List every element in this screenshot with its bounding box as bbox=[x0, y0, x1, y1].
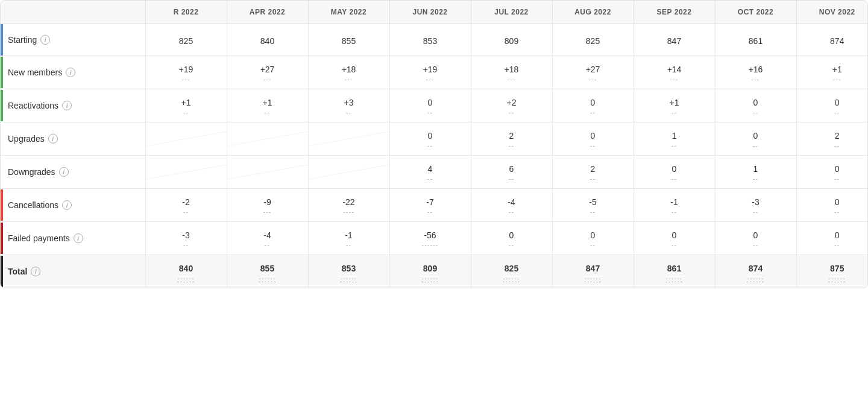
data-cell-downgrades-col7: 1-- bbox=[715, 156, 796, 189]
data-cell-reactivations-col4: +2-- bbox=[471, 89, 552, 122]
data-cell-new-members-col6: +14--- bbox=[634, 56, 715, 89]
sub-value-cancellations-col6: -- bbox=[639, 208, 710, 215]
sub-value-new-members-col3: --- bbox=[395, 75, 466, 83]
sub-value-failed-payments-col2: -- bbox=[313, 241, 385, 249]
svg-line-1 bbox=[227, 132, 308, 146]
data-cell-failed-payments-col2: -1-- bbox=[308, 222, 389, 255]
data-cell-upgrades-col8: 2-- bbox=[796, 122, 868, 156]
main-value-new-members-col2: +18 bbox=[313, 65, 385, 74]
main-value-reactivations-col2: +3 bbox=[313, 98, 385, 107]
main-value-cancellations-col7: -3 bbox=[720, 197, 791, 207]
data-cell-new-members-col8: +1--- bbox=[796, 56, 868, 89]
main-value-upgrades-col4: 2 bbox=[476, 131, 547, 141]
data-cell-reactivations-col1: +1-- bbox=[227, 89, 308, 122]
label-cell-total: Totali bbox=[1, 255, 145, 288]
sub-value-upgrades-col3: -- bbox=[395, 142, 466, 149]
main-value-failed-payments-col0: -3 bbox=[151, 230, 222, 240]
data-cell-downgrades-col4: 6-- bbox=[471, 156, 552, 189]
data-cell-total-col6: 861------ bbox=[634, 255, 715, 288]
data-cell-total-col4: 825------ bbox=[471, 255, 552, 288]
main-value-total-col0: 840 bbox=[151, 264, 222, 273]
sub-value-reactivations-col0: -- bbox=[151, 109, 222, 116]
main-value-downgrades-col5: 2 bbox=[558, 164, 629, 174]
main-value-cancellations-col8: 0 bbox=[802, 197, 869, 207]
main-value-cancellations-col3: -7 bbox=[395, 197, 466, 207]
sub-value-reactivations-col8: -- bbox=[802, 109, 869, 116]
main-value-cancellations-col1: -9 bbox=[232, 197, 303, 207]
data-cell-starting-col0: 825 bbox=[145, 24, 227, 56]
main-value-downgrades-col7: 1 bbox=[720, 164, 791, 174]
row-downgrades: Downgradesi4--6--2--0--1--0-- bbox=[1, 156, 868, 189]
main-value-cancellations-col6: -1 bbox=[639, 197, 710, 207]
row-failed-payments: Failed paymentsi-3---4---1---56------0--… bbox=[1, 222, 868, 255]
sub-value-failed-payments-col1: -- bbox=[232, 241, 303, 249]
main-value-downgrades-col4: 6 bbox=[476, 164, 547, 174]
row-total: Totali840------855------853------809----… bbox=[1, 255, 868, 288]
main-value-failed-payments-col4: 0 bbox=[476, 230, 547, 240]
data-cell-reactivations-col6: +1-- bbox=[634, 89, 715, 122]
data-cell-upgrades-col5: 0-- bbox=[552, 122, 634, 156]
main-value-failed-payments-col6: 0 bbox=[639, 230, 710, 240]
sub-value-downgrades-col3: -- bbox=[395, 175, 466, 182]
data-cell-total-col0: 840------ bbox=[145, 255, 227, 288]
main-value-reactivations-col7: 0 bbox=[720, 98, 791, 107]
sub-value-failed-payments-col4: -- bbox=[476, 241, 547, 249]
data-cell-upgrades-col1 bbox=[227, 122, 308, 156]
sub-value-upgrades-col4: -- bbox=[476, 142, 547, 149]
sub-value-failed-payments-col6: -- bbox=[639, 241, 710, 249]
col-header-nov2022: NOV 2022 bbox=[796, 1, 868, 24]
main-value-starting-col0: 825 bbox=[151, 36, 222, 46]
col-header-sep2022: SEP 2022 bbox=[634, 1, 715, 24]
sub-value-reactivations-col7: -- bbox=[720, 109, 791, 116]
data-cell-upgrades-col7: 0-- bbox=[715, 122, 796, 156]
col-header-jun2022: JUN 2022 bbox=[389, 1, 471, 24]
info-icon-new-members[interactable]: i bbox=[66, 68, 75, 77]
row-new-members: New membersi+19---+27---+18---+19---+18-… bbox=[1, 56, 868, 89]
row-reactivations: Reactivationsi+1--+1--+3--0--+2--0--+1--… bbox=[1, 89, 868, 122]
info-icon-downgrades[interactable]: i bbox=[59, 167, 69, 177]
main-value-failed-payments-col8: 0 bbox=[802, 230, 869, 240]
data-cell-failed-payments-col4: 0-- bbox=[471, 222, 552, 255]
info-icon-total[interactable]: i bbox=[31, 267, 40, 276]
data-cell-reactivations-col3: 0-- bbox=[389, 89, 471, 122]
svg-line-5 bbox=[309, 165, 389, 179]
data-cell-reactivations-col0: +1-- bbox=[145, 89, 227, 122]
col-header-mar2022: R 2022 bbox=[145, 1, 227, 24]
sub-value-cancellations-col4: -- bbox=[476, 208, 547, 215]
data-cell-failed-payments-col8: 0-- bbox=[796, 222, 868, 255]
data-cell-starting-col3: 853 bbox=[389, 24, 471, 56]
row-label-downgrades: Downgrades bbox=[8, 167, 55, 177]
data-cell-starting-col7: 861 bbox=[715, 24, 796, 56]
chart-svg-downgrades-1 bbox=[227, 165, 308, 179]
main-value-reactivations-col3: 0 bbox=[395, 98, 466, 107]
info-icon-starting[interactable]: i bbox=[40, 35, 50, 45]
main-value-total-col8: 875 bbox=[802, 264, 869, 273]
data-cell-upgrades-col6: 1-- bbox=[634, 122, 715, 156]
info-icon-cancellations[interactable]: i bbox=[62, 200, 72, 210]
data-cell-downgrades-col6: 0-- bbox=[634, 156, 715, 189]
main-value-total-col6: 861 bbox=[639, 264, 710, 273]
data-cell-failed-payments-col7: 0-- bbox=[715, 222, 796, 255]
data-cell-downgrades-col2 bbox=[308, 156, 389, 189]
info-icon-reactivations[interactable]: i bbox=[62, 101, 72, 110]
info-icon-upgrades[interactable]: i bbox=[48, 134, 58, 144]
svg-line-3 bbox=[146, 165, 227, 179]
col-header-may2022: MAY 2022 bbox=[308, 1, 389, 24]
main-value-downgrades-col8: 0 bbox=[802, 164, 869, 174]
main-value-new-members-col1: +27 bbox=[232, 65, 303, 74]
label-cell-upgrades: Upgradesi bbox=[1, 122, 145, 156]
label-cell-downgrades: Downgradesi bbox=[1, 156, 145, 189]
info-icon-failed-payments[interactable]: i bbox=[74, 233, 83, 243]
main-value-upgrades-col8: 2 bbox=[802, 131, 869, 141]
label-cell-cancellations: Cancellationsi bbox=[1, 189, 145, 222]
data-cell-cancellations-col7: -3-- bbox=[715, 189, 796, 222]
sub-value-upgrades-col8: -- bbox=[802, 142, 869, 149]
data-cell-cancellations-col3: -7-- bbox=[389, 189, 471, 222]
main-value-total-col7: 874 bbox=[720, 264, 791, 273]
sub-value-total-col0: ------ bbox=[151, 274, 222, 282]
main-value-total-col3: 809 bbox=[395, 264, 466, 273]
chart-svg-upgrades-0 bbox=[146, 132, 227, 146]
row-label-total: Total bbox=[8, 267, 27, 276]
data-cell-failed-payments-col5: 0-- bbox=[552, 222, 634, 255]
main-value-reactivations-col1: +1 bbox=[232, 98, 303, 107]
